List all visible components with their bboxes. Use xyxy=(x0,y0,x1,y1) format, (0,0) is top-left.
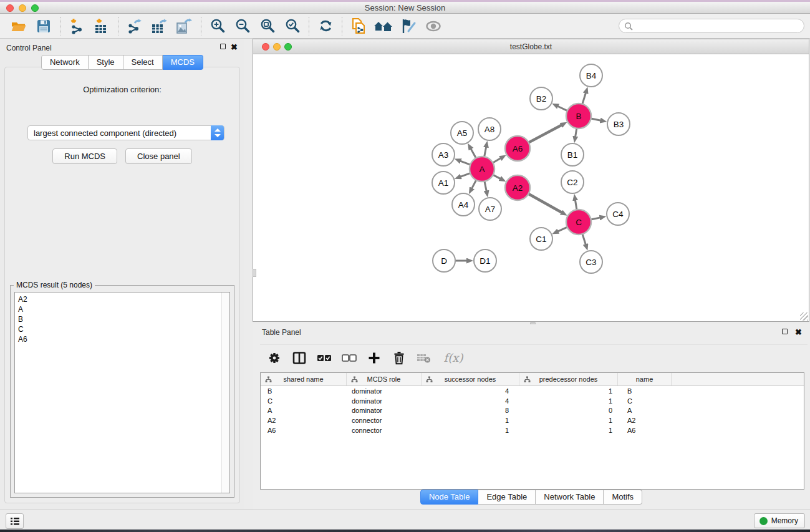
table-cell[interactable]: A6 xyxy=(618,427,672,434)
table-cell[interactable]: 1 xyxy=(519,397,618,405)
table-cell[interactable]: dominator xyxy=(347,407,422,414)
export-image-button[interactable] xyxy=(172,16,197,37)
import-table-button[interactable] xyxy=(89,16,114,37)
node-A5[interactable]: A5 xyxy=(451,122,473,144)
add-column-button[interactable] xyxy=(366,349,382,367)
edge-A2-C[interactable] xyxy=(528,194,562,213)
node-B[interactable]: B xyxy=(566,104,591,128)
table-cell[interactable]: A6 xyxy=(261,427,347,434)
node-A[interactable]: A xyxy=(470,157,494,181)
result-item[interactable]: A6 xyxy=(18,334,229,344)
table-cell[interactable]: 1 xyxy=(519,417,618,424)
clone-network-button[interactable] xyxy=(346,16,371,37)
node-A7[interactable]: A7 xyxy=(479,198,501,220)
column-header-predecessor-nodes[interactable]: predecessor nodes xyxy=(519,373,618,385)
zoom-in-button[interactable] xyxy=(205,16,230,37)
delete-column-button[interactable] xyxy=(391,349,407,367)
float-table-panel-icon[interactable] xyxy=(782,329,788,336)
edge-A-A1[interactable] xyxy=(460,173,470,177)
result-item[interactable]: A xyxy=(18,304,229,314)
edge-B-B1[interactable] xyxy=(576,128,577,137)
table-cell[interactable]: C xyxy=(618,397,672,405)
run-mcds-button[interactable]: Run MCDS xyxy=(52,148,117,164)
column-header-name[interactable]: name xyxy=(618,373,672,385)
table-cell[interactable]: C xyxy=(261,397,347,405)
show-columns-button[interactable] xyxy=(291,349,307,367)
table-cell[interactable]: A2 xyxy=(618,417,672,424)
zoom-out-button[interactable] xyxy=(230,16,255,37)
close-panel-icon[interactable]: ✖ xyxy=(231,44,238,51)
edge-A-A7[interactable] xyxy=(485,181,486,191)
node-B1[interactable]: B1 xyxy=(561,143,584,166)
import-network-button[interactable] xyxy=(64,16,89,37)
table-row[interactable]: Cdominator41C xyxy=(261,396,804,406)
table-settings-button[interactable] xyxy=(266,349,282,367)
window-resize-grip[interactable] xyxy=(800,312,808,321)
column-header-mcds-role[interactable]: MCDS role xyxy=(347,373,422,385)
apply-layout-button[interactable] xyxy=(371,16,396,37)
node-C1[interactable]: C1 xyxy=(530,228,552,250)
node-B3[interactable]: B3 xyxy=(607,113,630,135)
table-cell[interactable]: 1 xyxy=(422,427,519,434)
node-D[interactable]: D xyxy=(433,249,455,272)
result-scrollbar[interactable] xyxy=(221,293,229,493)
table-cell[interactable]: B xyxy=(618,387,672,395)
edge-C-C3[interactable] xyxy=(582,234,586,244)
table-cell[interactable]: 1 xyxy=(519,427,618,434)
edge-B-B4[interactable] xyxy=(582,93,586,104)
table-row[interactable]: Adominator80A xyxy=(261,406,804,416)
edge-C-C4[interactable] xyxy=(591,218,600,220)
criterion-dropdown[interactable]: largest connected component (directed) xyxy=(27,125,224,140)
node-D1[interactable]: D1 xyxy=(474,249,496,272)
node-A6[interactable]: A6 xyxy=(505,136,530,161)
result-item[interactable]: C xyxy=(18,324,229,334)
node-C2[interactable]: C2 xyxy=(561,171,584,193)
table-cell[interactable]: 4 xyxy=(422,397,519,405)
tab-style[interactable]: Style xyxy=(89,55,123,70)
column-header-shared-name[interactable]: shared name xyxy=(261,373,347,385)
search-field[interactable] xyxy=(619,19,804,33)
network-graph[interactable]: B4B2BB3A5A8A6B1A3AC2A1A2A4A7C4CC1DD1C3 xyxy=(253,54,809,321)
tab-network[interactable]: Network xyxy=(41,55,89,70)
edge-C-C2[interactable] xyxy=(575,200,576,210)
tab-network-table[interactable]: Network Table xyxy=(536,490,604,505)
tab-motifs[interactable]: Motifs xyxy=(604,490,642,505)
table-row[interactable]: A6connector11A6 xyxy=(261,425,804,435)
node-B4[interactable]: B4 xyxy=(580,64,602,87)
tab-select[interactable]: Select xyxy=(123,55,163,70)
network-window-titlebar[interactable]: testGlobe.txt xyxy=(253,39,809,54)
edge-A-A5[interactable] xyxy=(471,148,476,158)
table-cell[interactable]: connector xyxy=(347,427,422,434)
edge-A-A4[interactable] xyxy=(472,180,476,189)
edge-C-C1[interactable] xyxy=(557,227,567,231)
network-canvas[interactable]: B4B2BB3A5A8A6B1A3AC2A1A2A4A7C4CC1DD1C3 xyxy=(253,54,809,321)
tab-mcds[interactable]: MCDS xyxy=(163,55,203,70)
zoom-fit-button[interactable] xyxy=(255,16,280,37)
tab-node-table[interactable]: Node Table xyxy=(420,490,479,505)
edge-A6-B[interactable] xyxy=(529,125,562,143)
export-table-button[interactable] xyxy=(147,16,172,37)
table-row[interactable]: A2connector11A2 xyxy=(261,415,804,425)
tab-edge-table[interactable]: Edge Table xyxy=(478,490,536,505)
node-table[interactable]: shared nameMCDS rolesuccessor nodesprede… xyxy=(260,372,804,490)
edge-B-B3[interactable] xyxy=(591,118,601,120)
task-history-button[interactable] xyxy=(6,513,24,529)
open-session-button[interactable] xyxy=(6,16,31,37)
result-item[interactable]: A2 xyxy=(18,294,229,304)
table-cell[interactable]: A2 xyxy=(261,417,347,424)
deselect-all-button[interactable] xyxy=(341,349,357,367)
node-C4[interactable]: C4 xyxy=(607,203,629,225)
float-panel-icon[interactable] xyxy=(220,44,226,51)
edge-A-A8[interactable] xyxy=(485,147,486,157)
memory-button[interactable]: Memory xyxy=(754,513,805,528)
table-cell[interactable]: 8 xyxy=(422,407,519,414)
hide-selected-button[interactable] xyxy=(396,16,421,37)
table-cell[interactable]: 1 xyxy=(519,387,618,395)
node-C[interactable]: C xyxy=(566,210,591,235)
node-B2[interactable]: B2 xyxy=(530,87,552,110)
table-cell[interactable]: dominator xyxy=(347,397,422,405)
pane-divider-handle[interactable] xyxy=(253,269,256,277)
zoom-selected-button[interactable] xyxy=(280,16,305,37)
table-cell[interactable]: dominator xyxy=(347,387,422,395)
titlebar[interactable]: Session: New Session xyxy=(0,2,810,14)
